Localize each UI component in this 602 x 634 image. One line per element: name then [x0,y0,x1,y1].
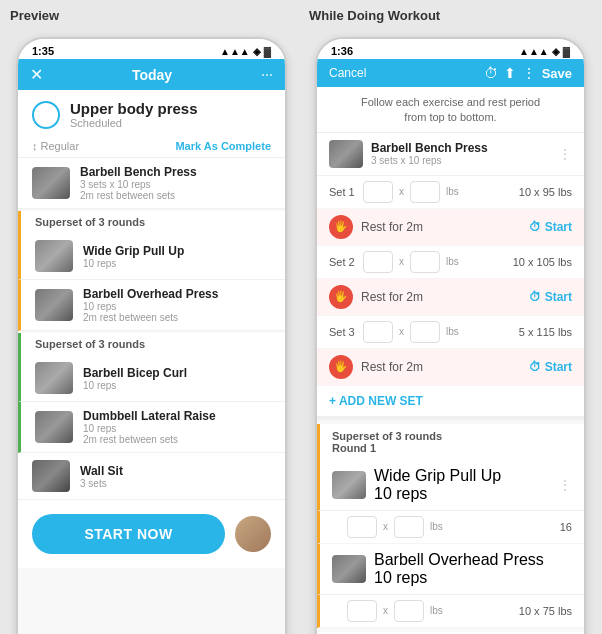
close-icon[interactable]: ✕ [30,65,43,84]
status-time-left: 1:35 [32,45,54,57]
superset-x-pullup: x [383,521,388,532]
exercise-info-overhead: Barbell Overhead Press 10 reps 2m rest b… [83,287,218,323]
rest-row-1: 🖐 Rest for 2m ⏱ Start [317,209,584,246]
save-btn[interactable]: Save [542,66,572,81]
set2-result: 10 x 105 lbs [513,256,572,268]
set3-label: Set 3 [329,326,357,338]
instruction-text: Follow each exercise and rest period fro… [317,87,584,133]
start-timer-2[interactable]: ⏱ Start [529,290,572,304]
action-bar: ↕ Regular Mark As Complete [18,135,285,158]
superset-info-overhead: Barbell Overhead Press 10 reps [374,551,544,587]
start-label-3: Start [545,360,572,374]
rest-row-2: 🖐 Rest for 2m ⏱ Start [317,279,584,316]
battery-icon-r: ▓ [563,46,570,57]
superset-block: Superset of 3 rounds Round 1 Wide Grip P… [317,424,584,628]
exercise-detail-wallsit: 3 sets [80,478,123,489]
status-bar-right: 1:36 ▲▲▲ ◈ ▓ [317,39,584,59]
superset-exercise-pullup: Wide Grip Pull Up 10 reps ⋮ [317,460,584,511]
exercise-item-lateral: Dumbbell Lateral Raise 10 reps 2m rest b… [18,402,285,453]
set-row-3: Set 3 x lbs 5 x 115 lbs [317,316,584,349]
exercise-item-bicep: Barbell Bicep Curl 10 reps [18,355,285,402]
exercise-info-wallsit: Wall Sit 3 sets [80,464,123,489]
exercise-name-bicep: Barbell Bicep Curl [83,366,187,380]
main-exercise-block: Barbell Bench Press 3 sets x 10 reps ⋮ S… [317,133,584,420]
add-set-btn[interactable]: + ADD NEW SET [317,386,584,420]
exercise-detail-pullup: 10 reps [83,258,184,269]
status-icons-left: ▲▲▲ ◈ ▓ [220,46,271,57]
superset-exercise-overhead: Barbell Overhead Press 10 reps [317,544,584,595]
superset-info-pullup: Wide Grip Pull Up 10 reps [374,467,501,503]
superset-result-overhead: 10 x 75 lbs [519,605,572,617]
status-time-right: 1:36 [331,45,353,57]
rest-icon-2: 🖐 [329,285,353,309]
left-phone-content: Upper body press Scheduled ↕ Regular Mar… [18,90,285,634]
exercise-thumb-lateral [35,411,73,443]
start-label-1: Start [545,220,572,234]
timer-icon-2: ⏱ [529,290,541,304]
nav-left-right: Cancel [329,66,366,80]
set1-result: 10 x 95 lbs [519,186,572,198]
set1-lbs: lbs [446,186,459,197]
set2-reps-input[interactable] [363,251,393,273]
set3-reps-input[interactable] [363,321,393,343]
set1-weight-input[interactable] [410,181,440,203]
preview-phone: 1:35 ▲▲▲ ◈ ▓ ✕ Today ⋯ [16,37,287,634]
superset-reps-overhead[interactable] [347,600,377,622]
superset-dots-1[interactable]: ⋮ [558,477,572,493]
superset-result-pullup: 16 [560,521,572,533]
cancel-btn[interactable]: Cancel [329,66,366,80]
start-timer-3[interactable]: ⏱ Start [529,360,572,374]
exercise-name-lateral: Dumbbell Lateral Raise [83,409,216,423]
timer-icon-3: ⏱ [529,360,541,374]
share-icon[interactable]: ⬆ [504,65,516,81]
more-icon-r[interactable]: ⋮ [522,65,536,81]
exercise-thumb-overhead [35,289,73,321]
signal-icon: ▲▲▲ [220,46,250,57]
exercise-thumb-bicep [35,362,73,394]
nav-title-left: Today [132,67,172,83]
superset-label-right: Superset of 3 rounds [332,430,572,442]
rest-text-1: Rest for 2m [361,220,423,234]
superset-thumb-pullup [332,471,366,499]
exercise-detail-overhead: 10 reps [83,301,218,312]
nav-right-left: ⋯ [261,68,273,82]
superset-thumb-overhead [332,555,366,583]
signal-icon-r: ▲▲▲ [519,46,549,57]
rest-text-3: Rest for 2m [361,360,423,374]
set1-reps-input[interactable] [363,181,393,203]
rest-row-3: 🖐 Rest for 2m ⏱ Start [317,349,584,386]
mark-complete-btn[interactable]: Mark As Complete [175,140,271,152]
set-row-2: Set 2 x lbs 10 x 105 lbs [317,246,584,279]
set2-label: Set 2 [329,256,357,268]
exercise-dots-icon[interactable]: ⋮ [558,146,572,162]
nav-left-left: ✕ [30,65,43,84]
nav-bar-right: Cancel ⏱ ⬆ ⋮ Save [317,59,584,87]
exercise-name-bench: Barbell Bench Press [80,165,197,179]
timer-icon[interactable]: ⏱ [484,65,498,81]
superset-reps-pullup[interactable] [347,516,377,538]
rest-icon-3: 🖐 [329,355,353,379]
superset-lbs-pullup: lbs [430,521,443,532]
workout-status: Scheduled [70,117,198,129]
start-now-button[interactable]: START NOW [32,514,225,554]
sort-label: ↕ Regular [32,140,79,152]
superset-set-pullup: x lbs 16 [317,511,584,544]
superset-name-overhead: Barbell Overhead Press [374,551,544,569]
left-panel: Preview 1:35 ▲▲▲ ◈ ▓ ✕ Today ⋯ [0,0,301,634]
superset1-label: Superset of 3 rounds [18,211,285,233]
workout-phone: 1:36 ▲▲▲ ◈ ▓ Cancel ⏱ ⬆ ⋮ Save [315,37,586,634]
superset-weight-overhead[interactable] [394,600,424,622]
superset-lbs-overhead: lbs [430,605,443,616]
set3-weight-input[interactable] [410,321,440,343]
timer-icon-1: ⏱ [529,220,541,234]
set3-lbs: lbs [446,326,459,337]
superset-weight-pullup[interactable] [394,516,424,538]
exercise-info-bicep: Barbell Bicep Curl 10 reps [83,366,187,391]
rest-text-2: Rest for 2m [361,290,423,304]
exercise-name-wallsit: Wall Sit [80,464,123,478]
set2-weight-input[interactable] [410,251,440,273]
more-icon[interactable]: ⋯ [261,68,273,82]
main-exercise-header: Barbell Bench Press 3 sets x 10 reps ⋮ [317,133,584,176]
exercise-thumb-pullup [35,240,73,272]
start-timer-1[interactable]: ⏱ Start [529,220,572,234]
